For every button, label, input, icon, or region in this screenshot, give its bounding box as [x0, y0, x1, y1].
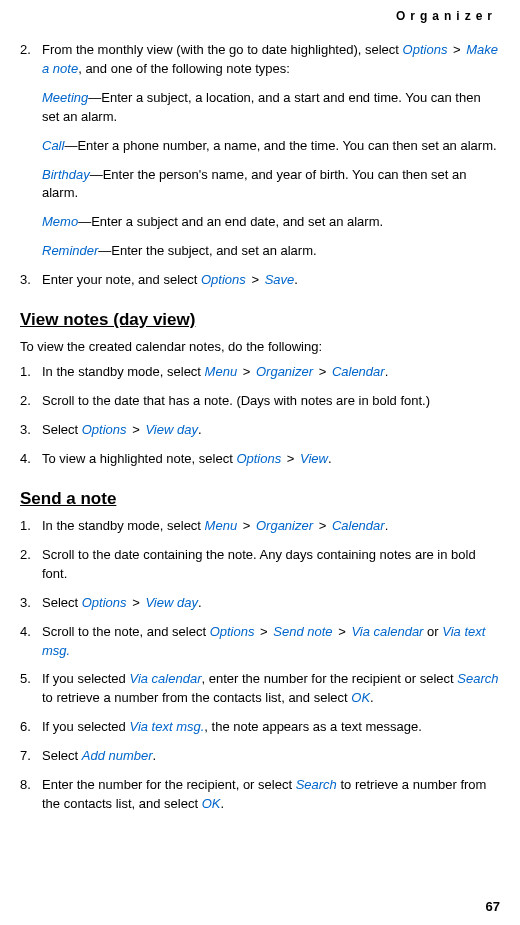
item-content: Select Options > View day.	[42, 421, 500, 440]
text: , and one of the following note types:	[78, 61, 290, 76]
separator: >	[335, 624, 350, 639]
item-number: 1.	[20, 517, 42, 536]
text: In the standby mode, select	[42, 364, 205, 379]
section1-list: 2. From the monthly view (with the go to…	[20, 41, 500, 289]
menu-link: Options	[403, 42, 448, 57]
section2-list: 1. In the standby mode, select Menu > Or…	[20, 363, 500, 468]
menu-link: View day	[145, 422, 198, 437]
text: Select	[42, 595, 82, 610]
list-item: 4. Scroll to the note, and select Option…	[20, 623, 500, 661]
separator: >	[449, 42, 464, 57]
list-item: 8. Enter the number for the recipient, o…	[20, 776, 500, 814]
text: —Enter a subject, a location, and a star…	[42, 90, 481, 124]
item-content: Scroll to the date that has a note. (Day…	[42, 392, 500, 411]
list-item: 1. In the standby mode, select Menu > Or…	[20, 363, 500, 382]
item-number: 4.	[20, 623, 42, 661]
sub-item: Meeting—Enter a subject, a location, and…	[42, 89, 500, 127]
text: From the monthly view (with the go to da…	[42, 42, 403, 57]
menu-link: Search	[457, 671, 498, 686]
menu-link: Calendar	[332, 518, 385, 533]
item-number: 5.	[20, 670, 42, 708]
sub-item: Call—Enter a phone number, a name, and t…	[42, 137, 500, 156]
separator: >	[239, 364, 254, 379]
term: Call	[42, 138, 64, 153]
menu-link: Options	[236, 451, 281, 466]
item-content: Scroll to the note, and select Options >…	[42, 623, 500, 661]
sub-item: Reminder—Enter the subject, and set an a…	[42, 242, 500, 261]
text: Select	[42, 422, 82, 437]
text: If you selected	[42, 719, 129, 734]
separator: >	[315, 364, 330, 379]
item-content: In the standby mode, select Menu > Organ…	[42, 517, 500, 536]
list-item: 2. Scroll to the date containing the not…	[20, 546, 500, 584]
menu-link: Calendar	[332, 364, 385, 379]
text: In the standby mode, select	[42, 518, 205, 533]
heading-send-note: Send a note	[20, 487, 500, 512]
separator: >	[239, 518, 254, 533]
item-number: 1.	[20, 363, 42, 382]
item-content: Enter your note, and select Options > Sa…	[42, 271, 500, 290]
menu-link: View day	[145, 595, 198, 610]
text: .	[294, 272, 298, 287]
separator: >	[283, 451, 298, 466]
list-item: 6. If you selected Via text msg., the no…	[20, 718, 500, 737]
list-item: 2. From the monthly view (with the go to…	[20, 41, 500, 261]
menu-link: Options	[210, 624, 255, 639]
menu-link: Add number	[82, 748, 153, 763]
menu-link: Save	[265, 272, 295, 287]
menu-link: Options	[201, 272, 246, 287]
list-item: 3. Select Options > View day.	[20, 421, 500, 440]
text: —Enter a phone number, a name, and the t…	[64, 138, 496, 153]
list-item: 3. Select Options > View day.	[20, 594, 500, 613]
list-item: 7. Select Add number.	[20, 747, 500, 766]
item-content: Scroll to the date containing the note. …	[42, 546, 500, 584]
item-number: 7.	[20, 747, 42, 766]
item-number: 3.	[20, 421, 42, 440]
text: .	[153, 748, 157, 763]
text: If you selected	[42, 671, 129, 686]
text: —Enter the person's name, and year of bi…	[42, 167, 467, 201]
list-item: 2. Scroll to the date that has a note. (…	[20, 392, 500, 411]
text: Select	[42, 748, 82, 763]
menu-link: OK	[351, 690, 370, 705]
term: Memo	[42, 214, 78, 229]
text: to retrieve a number from the contacts l…	[42, 690, 351, 705]
sub-item: Memo—Enter a subject and an end date, an…	[42, 213, 500, 232]
text: .	[385, 518, 389, 533]
item-number: 2.	[20, 546, 42, 584]
item-content: Select Options > View day.	[42, 594, 500, 613]
list-item: 5. If you selected Via calendar, enter t…	[20, 670, 500, 708]
text: Enter your note, and select	[42, 272, 201, 287]
list-item: 3. Enter your note, and select Options >…	[20, 271, 500, 290]
text: —Enter the subject, and set an alarm.	[98, 243, 316, 258]
item-content: Enter the number for the recipient, or s…	[42, 776, 500, 814]
menu-link: View	[300, 451, 328, 466]
text: or	[423, 624, 442, 639]
text: .	[198, 422, 202, 437]
item-content: If you selected Via calendar, enter the …	[42, 670, 500, 708]
menu-link: Send note	[273, 624, 332, 639]
menu-link: Options	[82, 595, 127, 610]
term: Reminder	[42, 243, 98, 258]
separator: >	[129, 422, 144, 437]
item-number: 8.	[20, 776, 42, 814]
menu-link: Via calendar	[129, 671, 201, 686]
item-number: 2.	[20, 41, 42, 261]
text: Scroll to the note, and select	[42, 624, 210, 639]
term: Meeting	[42, 90, 88, 105]
text: .	[221, 796, 225, 811]
term: Birthday	[42, 167, 90, 182]
text: .	[385, 364, 389, 379]
menu-link: Organizer	[256, 518, 313, 533]
item-content: In the standby mode, select Menu > Organ…	[42, 363, 500, 382]
menu-link: Via calendar	[351, 624, 423, 639]
menu-link: Menu	[205, 518, 238, 533]
text: —Enter a subject and an end date, and se…	[78, 214, 383, 229]
item-content: From the monthly view (with the go to da…	[42, 41, 500, 261]
text: , enter the number for the recipient or …	[202, 671, 458, 686]
item-content: If you selected Via text msg., the note …	[42, 718, 500, 737]
item-number: 3.	[20, 594, 42, 613]
menu-link: Organizer	[256, 364, 313, 379]
section-intro: To view the created calendar notes, do t…	[20, 338, 500, 357]
list-item: 1. In the standby mode, select Menu > Or…	[20, 517, 500, 536]
